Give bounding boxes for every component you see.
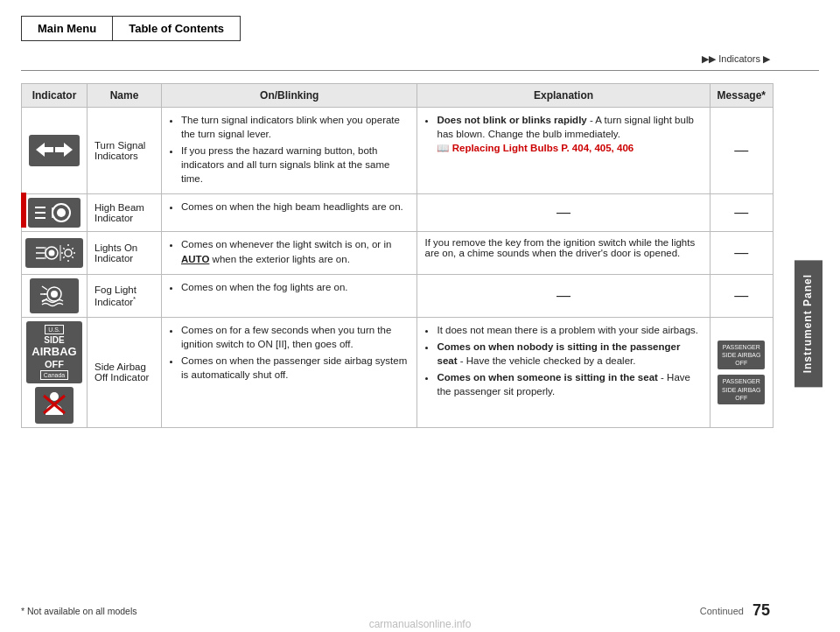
red-page-marker (21, 193, 26, 228)
msg-badge-1-line2: SIDE AIRBAG (722, 351, 760, 359)
main-menu-button[interactable]: Main Menu (21, 16, 112, 41)
svg-line-22 (72, 248, 73, 249)
list-item: Comes on when the fog lights are on. (181, 280, 410, 294)
list-item: Comes on for a few seconds when you turn… (181, 323, 410, 351)
table-row: Fog Light Indicator* Comes on when the f… (22, 274, 774, 317)
side-label: SIDE (44, 335, 64, 345)
table-row: U.S. SIDE AIRBAG OFF Canada (22, 317, 774, 428)
list-item: If you press the hazard warning button, … (181, 144, 410, 186)
breadcrumb: ▶▶ Indicators ▶ (0, 50, 840, 65)
side-airbag-off-icon: U.S. SIDE AIRBAG OFF Canada (26, 321, 81, 384)
fog-light-explanation: — (417, 274, 710, 317)
lights-on-icon (25, 238, 83, 268)
watermark: carmanualsonline.info (0, 616, 840, 632)
msg-badge-2-line2: SIDE AIRBAG (722, 386, 760, 394)
list-item: Comes on when the high beam headlights a… (181, 200, 410, 214)
list-item: Comes on when someone is sitting in the … (437, 370, 702, 398)
us-label: U.S. (45, 325, 64, 334)
message-badge-2: PASSENGER SIDE AIRBAG OFF (718, 375, 765, 404)
col-header-on-blinking: On/Blinking (162, 84, 417, 108)
high-beam-icon-cell (22, 194, 88, 232)
fog-light-name: Fog Light Indicator* (88, 274, 162, 317)
someone-bold: Comes on when someone is sitting in the … (437, 372, 657, 383)
side-airbag-name: Side Airbag Off Indicator (88, 317, 162, 428)
fog-light-on-blinking: Comes on when the fog lights are on. (162, 274, 417, 317)
turn-signal-icon (29, 135, 80, 166)
continued-label: Continued (700, 606, 744, 616)
list-item: Comes on whenever the light switch is on… (181, 237, 410, 265)
msg-badge-1-line3: OFF (735, 359, 747, 367)
divider (21, 70, 819, 71)
list-item: It does not mean there is a problem with… (437, 323, 702, 337)
side-airbag-on-blinking: Comes on for a few seconds when you turn… (162, 317, 417, 428)
list-item: Comes on when the passenger side airbag … (181, 354, 410, 382)
nobody-bold: Comes on when nobody is sitting in the p… (437, 341, 680, 366)
side-airbag-icon-cell: U.S. SIDE AIRBAG OFF Canada (22, 317, 88, 428)
table-row: Lights On Indicator Comes on whenever th… (22, 232, 774, 274)
off-label: OFF (45, 359, 64, 369)
footnote: * Not available on all models (21, 606, 137, 616)
svg-point-6 (57, 208, 66, 217)
bold-label: Does not blink or blinks rapidly (437, 115, 586, 125)
breadcrumb-text: ▶▶ Indicators ▶ (702, 53, 770, 64)
fog-light-message: — (710, 274, 773, 317)
auto-label: AUTO (181, 254, 209, 264)
col-header-indicator: Indicator (22, 84, 88, 108)
svg-line-21 (72, 256, 73, 257)
svg-line-27 (42, 286, 47, 290)
msg-badge-2-line3: OFF (735, 394, 747, 402)
lights-on-message: — (710, 232, 773, 274)
high-beam-name: High Beam Indicator (88, 194, 162, 232)
svg-point-12 (49, 250, 55, 256)
link-text[interactable]: 📖 Replacing Light Bulbs P. 404, 405, 406 (437, 143, 634, 153)
list-item: Does not blink or blinks rapidly - A tur… (437, 113, 702, 155)
turn-signal-name: Turn Signal Indicators (88, 108, 162, 194)
lights-on-on-blinking: Comes on whenever the light switch is on… (162, 232, 417, 274)
indicators-table: Indicator Name On/Blinking Explanation M… (21, 83, 774, 428)
airbag-label: AIRBAG (32, 346, 76, 358)
high-beam-on-blinking: Comes on when the high beam headlights a… (162, 194, 417, 232)
svg-point-25 (51, 291, 58, 298)
col-header-message: Message* (710, 84, 773, 108)
fog-light-icon (30, 278, 79, 313)
high-beam-message: — (710, 194, 773, 232)
list-item: Comes on when nobody is sitting in the p… (437, 340, 702, 368)
person-x-icon (35, 387, 74, 424)
svg-line-20 (63, 248, 64, 249)
lights-on-name: Lights On Indicator (88, 232, 162, 274)
top-navigation: Main Menu Table of Contents (0, 0, 840, 50)
table-of-contents-button[interactable]: Table of Contents (112, 16, 241, 41)
col-header-explanation: Explanation (417, 84, 710, 108)
watermark-text: carmanualsonline.info (369, 618, 472, 630)
message-badge-1: PASSENGER SIDE AIRBAG OFF (718, 341, 765, 369)
right-sidebar: Instrument Panel (777, 70, 840, 578)
svg-marker-0 (36, 143, 53, 157)
lights-on-explanation: If you remove the key from the ignition … (417, 232, 710, 274)
sidebar-label: Instrument Panel (794, 260, 822, 387)
side-airbag-message: PASSENGER SIDE AIRBAG OFF PASSENGER SIDE… (710, 317, 773, 428)
svg-point-30 (50, 392, 59, 401)
high-beam-icon (28, 198, 80, 228)
msg-badge-2-line1: PASSENGER (723, 377, 760, 385)
turn-signal-message: — (710, 108, 773, 194)
list-item: The turn signal indicators blink when yo… (181, 113, 410, 141)
fog-light-icon-cell (22, 274, 88, 317)
canada-label: Canada (40, 370, 69, 380)
svg-marker-1 (55, 143, 73, 157)
turn-signal-on-blinking: The turn signal indicators blink when yo… (162, 108, 417, 194)
turn-signal-explanation: Does not blink or blinks rapidly - A tur… (417, 108, 710, 194)
msg-badge-1-line1: PASSENGER (723, 343, 760, 351)
svg-point-15 (65, 249, 72, 256)
side-airbag-explanation: It does not mean there is a problem with… (417, 317, 710, 428)
high-beam-explanation: — (417, 194, 710, 232)
lights-on-icon-cell (22, 232, 88, 274)
table-row: Turn Signal Indicators The turn signal i… (22, 108, 774, 194)
svg-line-23 (63, 256, 64, 257)
col-header-name: Name (88, 84, 162, 108)
table-row: High Beam Indicator Comes on when the hi… (22, 194, 774, 232)
main-content: Indicator Name On/Blinking Explanation M… (0, 80, 840, 428)
turn-signal-icon-cell (22, 108, 88, 194)
